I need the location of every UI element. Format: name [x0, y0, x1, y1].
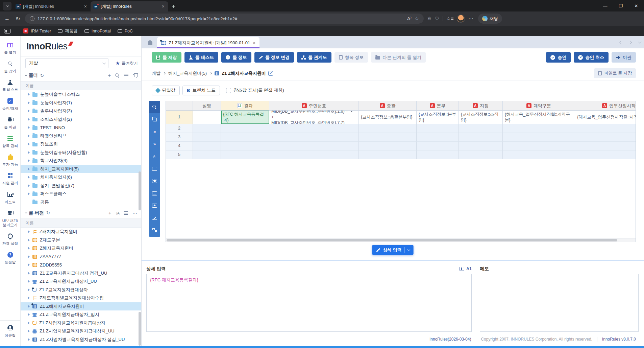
favorite-star-icon[interactable]: ☆	[415, 16, 419, 21]
expand-caret-icon[interactable]	[28, 305, 30, 308]
expand-caret-icon[interactable]	[28, 297, 30, 299]
new-tab-button[interactable]: +	[168, 3, 179, 11]
expand-caret-icon[interactable]	[28, 313, 30, 316]
document-tab[interactable]: Z1 Z해지자교육지원비: [개발] 1900-01-01 ×	[157, 37, 259, 48]
folder-row[interactable]: 해지_교육지원비(5)	[21, 165, 141, 173]
tab-list-icon[interactable]	[638, 40, 642, 44]
single-value-button[interactable]: 단일값	[152, 86, 180, 95]
rail-item-11[interactable]: 환경 설정	[0, 232, 20, 246]
toolbar-button-룰-관계도[interactable]: 룰 관계도	[297, 52, 331, 63]
browser-tab-1[interactable]: IR [개발] InnoRules ×	[13, 1, 91, 11]
expand-caret-icon[interactable]	[28, 322, 30, 324]
sidebar-toggle-icon[interactable]	[4, 29, 11, 33]
folder-row[interactable]: 솔루니사업자(3)	[21, 107, 141, 115]
reference-display-checkbox[interactable]: 참조값 표시(룰 편집 제한)	[226, 87, 284, 93]
rule-version-row[interactable]: Z1 Z사업자별교육지원지급대상자_UU	[21, 327, 141, 335]
rule-version-row[interactable]: Z해지교육지원비	[21, 244, 141, 253]
folder-row[interactable]: 눈높이컴퓨터(사용안함)	[21, 148, 141, 157]
rail-item-1[interactable]: 룰 열기	[0, 41, 20, 55]
table-cell[interactable]	[503, 142, 575, 150]
home-button[interactable]	[146, 38, 154, 47]
folder-row[interactable]: 정보조회	[21, 140, 141, 148]
expand-caret-icon[interactable]	[28, 110, 30, 112]
strip-tool-chart-edit-icon[interactable]	[149, 212, 160, 225]
rail-item-7[interactable]: 부가 기능	[0, 153, 20, 167]
expand-caret-icon[interactable]	[28, 230, 30, 233]
rail-item-8[interactable]: 자원 관리	[0, 171, 20, 185]
nav-forward-icon[interactable]	[629, 41, 632, 44]
expand-caret-icon[interactable]	[28, 288, 30, 291]
close-document-icon[interactable]: ×	[253, 40, 255, 46]
sort-icon[interactable]: ↓A	[116, 211, 119, 215]
table-cell[interactable]	[221, 150, 269, 159]
table-cell[interactable]	[503, 124, 575, 133]
address-bar[interactable]: i 127.0.0.1:8080/innorules/app/builder/h…	[25, 14, 424, 24]
refresh-icon[interactable]: ↻	[40, 73, 44, 78]
rail-item-12[interactable]: ?도움말	[0, 251, 20, 264]
rule-version-row[interactable]: Z해지자교육지원비	[21, 228, 141, 236]
expand-caret-icon[interactable]	[28, 143, 30, 145]
branch-node-button[interactable]: B 브랜치 노드	[182, 86, 220, 95]
toolbar-button-항목-정보[interactable]: 항목 정보	[335, 52, 368, 63]
table-cell[interactable]: MID({DB_교사주민번호::주민번호},1,6) + "-" + MID({…	[269, 111, 359, 124]
expand-caret-icon[interactable]	[28, 255, 30, 258]
more-menu-icon[interactable]: ⋯	[468, 16, 473, 21]
table-cell[interactable]: {해지교육_업무산정시작월::계약구분}	[503, 111, 575, 124]
table-cell[interactable]: {교사조직정보::본부명}	[417, 111, 459, 124]
strip-tool-table-add-icon[interactable]	[149, 200, 160, 212]
user-profile[interactable]: 이규철	[0, 320, 20, 342]
table-cell[interactable]	[417, 124, 459, 133]
table-cell[interactable]	[193, 111, 221, 124]
folder-row[interactable]: 공통	[21, 198, 141, 207]
table-cell[interactable]	[269, 142, 359, 150]
table-cell[interactable]	[503, 133, 575, 142]
rail-item-9[interactable]: 리포트	[0, 190, 20, 204]
table-cell[interactable]	[359, 150, 417, 159]
memo-editor[interactable]	[480, 274, 639, 332]
layers-icon[interactable]	[133, 73, 137, 78]
table-cell[interactable]	[575, 124, 636, 133]
rule-version-row[interactable]: Z1 Z해지자교육지원비	[21, 302, 141, 311]
more-icon[interactable]: ···	[132, 210, 137, 216]
toolbar-button-룰-정보[interactable]: i룰 정보	[221, 52, 251, 63]
list-view-icon[interactable]	[124, 74, 128, 77]
folder-row[interactable]: 차이홍사업자(6)	[21, 173, 141, 182]
expand-caret-icon[interactable]	[28, 263, 30, 266]
expand-caret-icon[interactable]	[28, 192, 30, 195]
site-info-icon[interactable]: i	[30, 16, 34, 21]
table-cell[interactable]	[269, 150, 359, 159]
rule-version-row[interactable]: Z제도직위별교육지원대상자수집	[21, 294, 141, 302]
bookmark-item[interactable]: InnoPortal	[84, 29, 111, 33]
rule-version-row[interactable]: ZDDD5555	[21, 261, 141, 269]
toolbar-button-룰-정보-변경[interactable]: 룰 정보 변경	[254, 52, 294, 63]
breadcrumb-item[interactable]: 개발	[152, 70, 160, 76]
close-window-button[interactable]: ✕	[628, 3, 644, 8]
folder-row[interactable]: TEST_INNO	[21, 123, 141, 132]
rule-version-row[interactable]: ZAAA7777	[21, 253, 141, 261]
table-cell[interactable]	[193, 142, 221, 150]
table-cell[interactable]: {해지교육_업무산정시작월::시작월}	[575, 111, 636, 124]
expand-caret-icon[interactable]	[28, 330, 30, 332]
table-cell[interactable]	[269, 133, 359, 142]
expand-caret-icon[interactable]	[28, 176, 30, 179]
table-cell[interactable]	[459, 142, 503, 150]
table-cell[interactable]: {교사조직정보::조직명}	[459, 111, 503, 124]
search-icon[interactable]	[115, 73, 120, 78]
table-cell[interactable]	[417, 133, 459, 142]
toolbar-button-룰-테스트[interactable]: 룰 테스트	[184, 52, 219, 63]
row-number-cell[interactable]: 2	[166, 124, 193, 133]
browser-tab-2[interactable]: IR [개발] InnoRules ×	[91, 1, 168, 11]
refresh-icon[interactable]: ↻	[14, 16, 22, 22]
expand-caret-icon[interactable]	[28, 239, 30, 241]
nav-back-icon[interactable]	[620, 41, 623, 44]
expand-caret-icon[interactable]	[28, 338, 30, 341]
table-cell[interactable]	[193, 133, 221, 142]
table-cell[interactable]: {RFC 해지교육등록결과}	[221, 111, 269, 124]
rail-item-6[interactable]: 항목 관리	[0, 134, 20, 148]
table-cell[interactable]	[269, 124, 359, 133]
refresh-icon[interactable]: ↻	[46, 210, 50, 215]
expand-caret-icon[interactable]	[28, 93, 30, 96]
row-number-cell[interactable]: 1	[166, 111, 193, 124]
extensions-icon[interactable]: ⚛	[427, 16, 431, 21]
close-tab-icon[interactable]: ×	[161, 4, 166, 9]
